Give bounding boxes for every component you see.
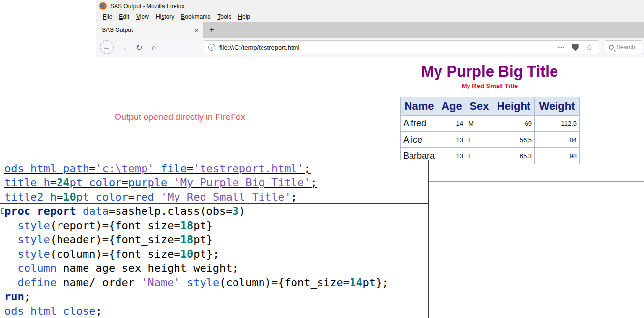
table-cell: 65.3 [493,148,535,164]
forward-button[interactable]: → [117,41,130,54]
code-line: ods html path='c:\temp' file='testreport… [0,161,428,175]
code-line: proc report data=sashelp.class(obs=3) [0,204,428,218]
code-line: title h=24pt color=purple 'My Purple Big… [0,175,428,190]
nav-bar: ← → ↻ ⌂ i file:///C:/temp/testreport.htm… [96,38,644,57]
col-header-name: Name [401,97,438,116]
code-line: ods html close; [0,304,428,318]
report-title2: My Red Small Title [400,82,579,89]
table-row: Alfred14M69112.5 [401,116,580,132]
search-box[interactable]: Search [605,40,642,54]
browser-window: SAS Output - Mozilla Firefox FileEditVie… [96,0,644,182]
bookmark-star-icon[interactable]: ☆ [586,43,593,52]
tab-sas-output[interactable]: SAS Output × [96,22,203,38]
col-header-sex: Sex [466,97,493,116]
menu-file[interactable]: File [99,12,116,21]
table-cell: 112.5 [535,116,580,132]
menu-bookmarks[interactable]: Bookmarks [177,12,214,21]
report-title1: My Purple Big Title [400,63,579,81]
table-cell: 98 [535,148,580,164]
tab-bar: SAS Output × + [96,22,644,38]
search-placeholder: Search [616,44,635,51]
table-cell: 13 [438,132,466,148]
tab-label: SAS Output [102,27,133,33]
firefox-icon [99,2,107,10]
home-button[interactable]: ⌂ [148,41,161,54]
col-header-age: Age [438,97,466,116]
col-header-weight: Weight [535,97,580,116]
menu-bar: FileEditViewHistoryBookmarksToolsHelp [96,12,644,22]
table-cell: 56.5 [493,132,535,148]
code-line: run; [0,289,428,304]
table-cell: F [466,148,493,164]
window-title: SAS Output - Mozilla Firefox [110,3,184,10]
data-table: NameAgeSexHeightWeight Alfred14M69112.5A… [400,97,580,164]
menu-history[interactable]: History [152,12,177,21]
menu-tools[interactable]: Tools [214,12,234,21]
reload-button[interactable]: ↻ [133,41,146,54]
table-cell: 84 [535,132,580,148]
new-tab-button[interactable]: + [203,22,221,38]
code-line: title2 h=10pt color=red 'My Red Small Ti… [0,190,428,204]
title-bar: SAS Output - Mozilla Firefox [96,0,644,12]
table-cell: 69 [493,116,535,132]
table-cell: Alice [401,132,438,148]
info-icon[interactable]: i [208,44,215,51]
section-marker-icon [1,208,4,214]
shield-icon[interactable] [572,44,579,51]
table-cell: 14 [438,116,466,132]
code-line: column name age sex height weight; [0,261,428,275]
table-row: Alice13F56.584 [401,132,580,148]
menu-help[interactable]: Help [234,12,254,21]
url-text[interactable]: file:///C:/temp/testreport.html [219,44,558,51]
table-cell: F [466,132,493,148]
page-actions-icon[interactable]: ⋯ [558,43,565,51]
tab-close-icon[interactable]: × [194,27,199,34]
code-line: style(header)={font_size=18pt} [0,232,428,247]
code-line: style(column)={font_size=10pt}; [0,247,428,261]
table-cell: Alfred [401,116,438,132]
annotation-text: Output opened directly in FireFox [115,112,245,122]
search-icon [609,45,614,50]
col-header-height: Height [493,97,535,116]
table-cell: M [466,116,493,132]
menu-view[interactable]: View [133,12,152,21]
table-cell: 13 [438,148,466,164]
code-line: define name/ order 'Name' style(column)=… [0,275,428,289]
sas-report: My Purple Big Title My Red Small Title N… [400,63,579,164]
code-line: style(report)={font_size=18pt} [0,218,428,232]
menu-edit[interactable]: Edit [116,12,133,21]
back-button[interactable]: ← [100,40,114,54]
code-editor-window[interactable]: ods html path='c:\temp' file='testreport… [0,160,429,318]
table-header-row: NameAgeSexHeightWeight [401,97,580,116]
url-bar[interactable]: i file:///C:/temp/testreport.html ⋯ ☆ [204,40,599,54]
table-body: Alfred14M69112.5Alice13F56.584Barbara13F… [401,116,580,164]
code-lines: ods html path='c:\temp' file='testreport… [0,161,428,318]
